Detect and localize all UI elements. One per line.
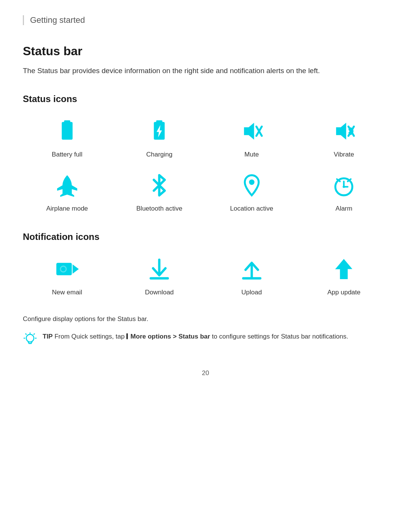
- battery-full-icon-wrapper: [52, 116, 82, 146]
- icon-item-download: Download: [115, 254, 204, 296]
- icon-item-new-email: New email: [23, 254, 112, 296]
- tip-text-before: From Quick settings, tap: [53, 333, 124, 340]
- vibrate-icon-wrapper: [329, 116, 359, 146]
- alarm-icon: [331, 173, 356, 198]
- download-icon: [147, 257, 172, 281]
- icon-item-app-update: App update: [300, 254, 389, 296]
- svg-rect-3: [156, 120, 162, 123]
- tip-section: TIP From Quick settings, tap More option…: [23, 331, 388, 347]
- svg-line-34: [34, 334, 35, 335]
- charging-label: Charging: [146, 151, 172, 158]
- upload-label: Upload: [241, 289, 262, 296]
- app-update-icon-wrapper: [329, 254, 359, 284]
- upload-icon-wrapper: [236, 254, 267, 284]
- tip-text-after: to configure settings for Status bar not…: [210, 333, 348, 340]
- svg-marker-21: [72, 264, 78, 273]
- breadcrumb-text: Getting started: [30, 15, 85, 25]
- svg-point-11: [249, 179, 254, 185]
- page-number: 20: [23, 369, 388, 377]
- app-update-icon: [331, 257, 356, 281]
- airplane-mode-icon-wrapper: [52, 170, 82, 200]
- tip-text: TIP From Quick settings, tap More option…: [43, 331, 348, 342]
- charging-icon-wrapper: [144, 116, 175, 146]
- status-icons-title: Status icons: [23, 94, 388, 104]
- breadcrumb: Getting started: [23, 15, 388, 25]
- svg-marker-8: [336, 123, 346, 140]
- new-email-icon-wrapper: [52, 254, 82, 284]
- battery-full-icon: [55, 119, 80, 144]
- location-active-icon-wrapper: [236, 170, 267, 200]
- mute-label: Mute: [244, 151, 259, 158]
- alarm-icon-wrapper: [329, 170, 359, 200]
- app-update-label: App update: [327, 289, 360, 296]
- svg-rect-0: [62, 122, 72, 140]
- status-icons-grid: Battery full Charging Mute: [23, 116, 388, 212]
- icon-item-airplane-mode: Airplane mode: [23, 170, 112, 212]
- icon-item-vibrate: Vibrate: [300, 116, 389, 158]
- svg-line-33: [26, 334, 27, 335]
- configure-text: Configure display options for the Status…: [23, 315, 388, 323]
- bluetooth-active-icon-wrapper: [144, 170, 175, 200]
- upload-icon: [239, 257, 264, 281]
- download-icon-wrapper: [144, 254, 175, 284]
- svg-point-28: [26, 334, 34, 342]
- tip-word: TIP: [43, 333, 53, 340]
- page-description: The Status bar provides device informati…: [23, 65, 388, 77]
- bluetooth-active-label: Bluetooth active: [136, 205, 182, 212]
- icon-item-mute: Mute: [207, 116, 296, 158]
- alarm-label: Alarm: [336, 205, 352, 212]
- vibrate-label: Vibrate: [334, 151, 354, 158]
- new-email-icon: [55, 257, 80, 281]
- bluetooth-active-icon: [147, 173, 172, 198]
- new-email-label: New email: [52, 289, 82, 296]
- airplane-mode-icon: [55, 173, 80, 198]
- tip-bold-text: More options > Status bar: [129, 333, 210, 340]
- charging-icon: [147, 119, 172, 144]
- notification-icons-title: Notification icons: [23, 232, 388, 242]
- icon-item-charging: Charging: [115, 116, 204, 158]
- icon-item-alarm: Alarm: [300, 170, 389, 212]
- lightbulb-icon: [23, 332, 37, 347]
- tip-dots-icon: [126, 333, 128, 339]
- page-title: Status bar: [23, 44, 388, 58]
- download-label: Download: [145, 289, 174, 296]
- vibrate-icon: [331, 119, 356, 144]
- svg-point-17: [343, 185, 345, 188]
- icon-item-upload: Upload: [207, 254, 296, 296]
- location-active-icon: [239, 173, 264, 198]
- svg-point-20: [61, 267, 65, 271]
- icon-item-location-active: Location active: [207, 170, 296, 212]
- mute-icon: [239, 119, 264, 144]
- tip-icon: [23, 332, 37, 347]
- svg-rect-1: [64, 120, 70, 123]
- icon-item-battery-full: Battery full: [23, 116, 112, 158]
- svg-marker-5: [244, 123, 254, 140]
- icon-item-bluetooth-active: Bluetooth active: [115, 170, 204, 212]
- airplane-mode-label: Airplane mode: [46, 205, 88, 212]
- battery-full-label: Battery full: [52, 151, 82, 158]
- notification-icons-grid: New email Download Upload: [23, 254, 388, 296]
- location-active-label: Location active: [230, 205, 273, 212]
- mute-icon-wrapper: [236, 116, 267, 146]
